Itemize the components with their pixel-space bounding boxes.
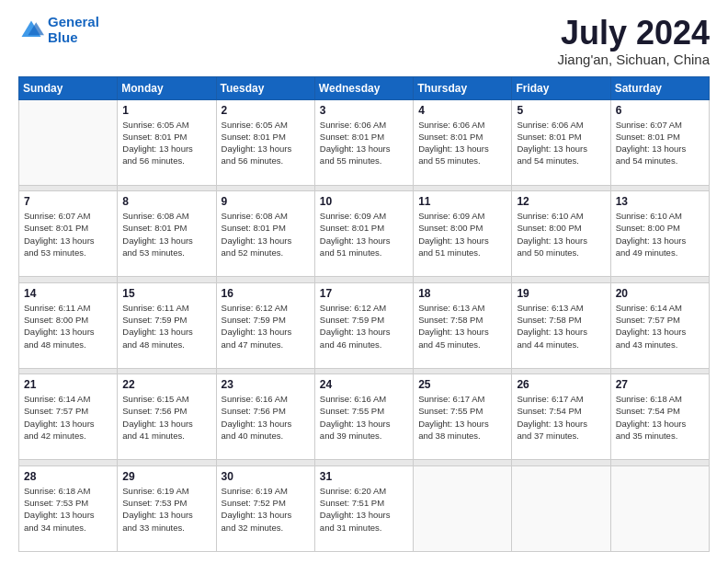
day-number: 14	[24, 287, 112, 300]
calendar-cell-w3-d1: 15Sunrise: 6:11 AMSunset: 7:59 PMDayligh…	[118, 282, 216, 368]
day-info: Sunrise: 6:15 AMSunset: 7:56 PMDaylight:…	[122, 393, 210, 442]
calendar-cell-w2-d5: 12Sunrise: 6:10 AMSunset: 8:00 PMDayligh…	[512, 191, 610, 277]
day-number: 20	[616, 287, 704, 300]
day-info: Sunrise: 6:06 AMSunset: 8:01 PMDaylight:…	[418, 119, 506, 167]
day-info: Sunrise: 6:10 AMSunset: 8:00 PMDaylight:…	[616, 210, 704, 259]
calendar-cell-w1-d1: 1Sunrise: 6:05 AMSunset: 8:01 PMDaylight…	[118, 99, 216, 185]
day-number: 5	[517, 104, 605, 117]
weekday-header-row: Sunday Monday Tuesday Wednesday Thursday…	[19, 76, 710, 99]
day-number: 24	[320, 378, 408, 391]
day-number: 11	[418, 195, 506, 208]
week-row-1: 1Sunrise: 6:05 AMSunset: 8:01 PMDaylight…	[19, 99, 710, 185]
calendar-cell-w3-d5: 19Sunrise: 6:13 AMSunset: 7:58 PMDayligh…	[512, 282, 610, 368]
day-info: Sunrise: 6:18 AMSunset: 7:53 PMDaylight:…	[24, 485, 112, 534]
day-number: 15	[122, 287, 210, 300]
day-number: 4	[418, 104, 506, 117]
calendar-cell-w5-d0: 28Sunrise: 6:18 AMSunset: 7:53 PMDayligh…	[19, 465, 118, 551]
calendar-cell-w1-d4: 4Sunrise: 6:06 AMSunset: 8:01 PMDaylight…	[414, 99, 512, 185]
day-info: Sunrise: 6:06 AMSunset: 8:01 PMDaylight:…	[320, 119, 408, 167]
day-info: Sunrise: 6:19 AMSunset: 7:52 PMDaylight:…	[222, 485, 310, 534]
header: General Blue July 2024 Jiang'an, Sichuan…	[18, 15, 710, 67]
calendar-cell-w5-d3: 31Sunrise: 6:20 AMSunset: 7:51 PMDayligh…	[314, 465, 413, 551]
calendar-cell-w3-d6: 20Sunrise: 6:14 AMSunset: 7:57 PMDayligh…	[610, 282, 709, 368]
calendar-cell-w3-d3: 17Sunrise: 6:12 AMSunset: 7:59 PMDayligh…	[314, 282, 413, 368]
day-info: Sunrise: 6:05 AMSunset: 8:01 PMDaylight:…	[222, 119, 310, 167]
day-number: 9	[222, 195, 310, 208]
calendar-cell-w2-d3: 10Sunrise: 6:09 AMSunset: 8:01 PMDayligh…	[314, 191, 413, 277]
logo-text: General Blue	[48, 15, 99, 45]
day-info: Sunrise: 6:14 AMSunset: 7:57 PMDaylight:…	[24, 393, 112, 442]
day-info: Sunrise: 6:17 AMSunset: 7:54 PMDaylight:…	[517, 393, 605, 442]
week-row-5: 28Sunrise: 6:18 AMSunset: 7:53 PMDayligh…	[19, 465, 710, 551]
calendar-cell-w3-d4: 18Sunrise: 6:13 AMSunset: 7:58 PMDayligh…	[414, 282, 512, 368]
day-number: 28	[24, 470, 112, 483]
day-info: Sunrise: 6:17 AMSunset: 7:55 PMDaylight:…	[418, 393, 506, 442]
logo-icon	[18, 17, 44, 43]
header-thursday: Thursday	[414, 76, 512, 99]
calendar-cell-w4-d2: 23Sunrise: 6:16 AMSunset: 7:56 PMDayligh…	[216, 374, 314, 460]
day-number: 26	[517, 378, 605, 391]
day-info: Sunrise: 6:20 AMSunset: 7:51 PMDaylight:…	[320, 485, 408, 534]
day-info: Sunrise: 6:08 AMSunset: 8:01 PMDaylight:…	[222, 210, 310, 259]
day-number: 12	[517, 195, 605, 208]
calendar-cell-w5-d4	[414, 465, 512, 551]
day-info: Sunrise: 6:16 AMSunset: 7:56 PMDaylight:…	[222, 393, 310, 442]
calendar-cell-w2-d6: 13Sunrise: 6:10 AMSunset: 8:00 PMDayligh…	[610, 191, 709, 277]
calendar-cell-w5-d5	[512, 465, 610, 551]
day-number: 18	[418, 287, 506, 300]
week-row-2: 7Sunrise: 6:07 AMSunset: 8:01 PMDaylight…	[19, 191, 710, 277]
day-info: Sunrise: 6:12 AMSunset: 7:59 PMDaylight:…	[222, 302, 310, 350]
calendar-cell-w1-d6: 6Sunrise: 6:07 AMSunset: 8:01 PMDaylight…	[610, 99, 709, 185]
week-row-4: 21Sunrise: 6:14 AMSunset: 7:57 PMDayligh…	[19, 374, 710, 460]
day-number: 30	[222, 470, 310, 483]
calendar-cell-w4-d3: 24Sunrise: 6:16 AMSunset: 7:55 PMDayligh…	[314, 374, 413, 460]
week-row-3: 14Sunrise: 6:11 AMSunset: 8:00 PMDayligh…	[19, 282, 710, 368]
day-number: 16	[222, 287, 310, 300]
calendar-cell-w2-d2: 9Sunrise: 6:08 AMSunset: 8:01 PMDaylight…	[216, 191, 314, 277]
day-number: 10	[320, 195, 408, 208]
calendar-cell-w1-d2: 2Sunrise: 6:05 AMSunset: 8:01 PMDaylight…	[216, 99, 314, 185]
day-number: 23	[222, 378, 310, 391]
day-info: Sunrise: 6:10 AMSunset: 8:00 PMDaylight:…	[517, 210, 605, 259]
calendar-cell-w2-d4: 11Sunrise: 6:09 AMSunset: 8:00 PMDayligh…	[414, 191, 512, 277]
day-info: Sunrise: 6:14 AMSunset: 7:57 PMDaylight:…	[616, 302, 704, 350]
day-number: 27	[616, 378, 704, 391]
calendar-cell-w4-d1: 22Sunrise: 6:15 AMSunset: 7:56 PMDayligh…	[118, 374, 216, 460]
day-number: 7	[24, 195, 112, 208]
calendar-cell-w5-d6	[610, 465, 709, 551]
day-number: 13	[616, 195, 704, 208]
logo-line1: General	[48, 14, 99, 29]
header-saturday: Saturday	[610, 76, 709, 99]
day-info: Sunrise: 6:11 AMSunset: 7:59 PMDaylight:…	[122, 302, 210, 350]
calendar-cell-w4-d5: 26Sunrise: 6:17 AMSunset: 7:54 PMDayligh…	[512, 374, 610, 460]
day-number: 21	[24, 378, 112, 391]
day-number: 1	[122, 104, 210, 117]
calendar: Sunday Monday Tuesday Wednesday Thursday…	[18, 76, 710, 552]
header-sunday: Sunday	[19, 76, 118, 99]
day-info: Sunrise: 6:18 AMSunset: 7:54 PMDaylight:…	[616, 393, 704, 442]
day-info: Sunrise: 6:16 AMSunset: 7:55 PMDaylight:…	[320, 393, 408, 442]
calendar-cell-w3-d2: 16Sunrise: 6:12 AMSunset: 7:59 PMDayligh…	[216, 282, 314, 368]
header-wednesday: Wednesday	[314, 76, 413, 99]
calendar-cell-w1-d0	[19, 99, 118, 185]
day-number: 25	[418, 378, 506, 391]
day-number: 31	[320, 470, 408, 483]
calendar-cell-w5-d2: 30Sunrise: 6:19 AMSunset: 7:52 PMDayligh…	[216, 465, 314, 551]
day-info: Sunrise: 6:08 AMSunset: 8:01 PMDaylight:…	[122, 210, 210, 259]
day-info: Sunrise: 6:11 AMSunset: 8:00 PMDaylight:…	[24, 302, 112, 350]
calendar-cell-w2-d1: 8Sunrise: 6:08 AMSunset: 8:01 PMDaylight…	[118, 191, 216, 277]
day-info: Sunrise: 6:09 AMSunset: 8:01 PMDaylight:…	[320, 210, 408, 259]
day-info: Sunrise: 6:06 AMSunset: 8:01 PMDaylight:…	[517, 119, 605, 167]
logo-line2: Blue	[48, 29, 78, 45]
calendar-cell-w3-d0: 14Sunrise: 6:11 AMSunset: 8:00 PMDayligh…	[19, 282, 118, 368]
day-number: 22	[122, 378, 210, 391]
location: Jiang'an, Sichuan, China	[558, 52, 710, 67]
day-info: Sunrise: 6:07 AMSunset: 8:01 PMDaylight:…	[616, 119, 704, 167]
day-number: 19	[517, 287, 605, 300]
day-info: Sunrise: 6:09 AMSunset: 8:00 PMDaylight:…	[418, 210, 506, 259]
calendar-cell-w4-d0: 21Sunrise: 6:14 AMSunset: 7:57 PMDayligh…	[19, 374, 118, 460]
day-number: 17	[320, 287, 408, 300]
logo: General Blue	[18, 15, 99, 45]
day-number: 2	[222, 104, 310, 117]
header-monday: Monday	[118, 76, 216, 99]
